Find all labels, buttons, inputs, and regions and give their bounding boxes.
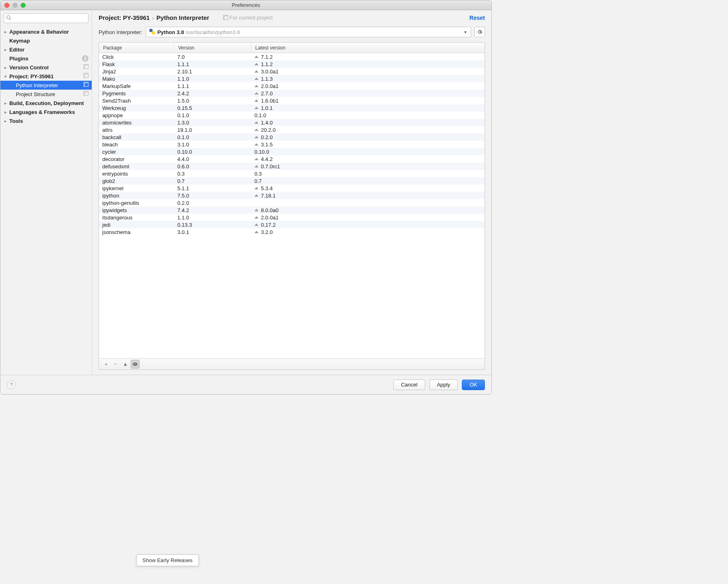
sidebar-item-plugins[interactable]: Plugins1 xyxy=(0,54,92,63)
table-row[interactable]: ipywidgets7.4.28.0.0a0 xyxy=(99,206,485,214)
table-body[interactable]: Click7.07.1.2Flask1.1.11.1.2Jinja22.10.1… xyxy=(99,53,485,358)
interpreter-settings-button[interactable] xyxy=(474,27,485,37)
sidebar-item-tools[interactable]: ▸Tools xyxy=(0,116,92,125)
table-row[interactable]: Mako1.1.01.1.3 xyxy=(99,75,485,82)
sidebar-item-label: Editor xyxy=(9,47,25,53)
up-arrow-icon: ▲ xyxy=(123,361,128,367)
project-scope-icon xyxy=(84,65,88,70)
column-header-latest[interactable]: Latest version xyxy=(251,43,485,53)
table-row[interactable]: ipykernel5.1.15.3.4 xyxy=(99,185,485,192)
ok-button[interactable]: OK xyxy=(462,380,485,390)
table-row[interactable]: appnope0.1.00.1.0 xyxy=(99,112,485,119)
sidebar-item-keymap[interactable]: Keymap xyxy=(0,36,92,45)
cell-latest: 2.0.0a1 xyxy=(251,215,485,221)
chevron-right-icon: ▸ xyxy=(4,101,9,105)
sidebar-item-python-interpreter[interactable]: Python Interpreter xyxy=(0,81,92,90)
apply-button[interactable]: Apply xyxy=(429,380,458,390)
sidebar-item-appearance-behavior[interactable]: ▸Appearance & Behavior xyxy=(0,27,92,36)
table-header: Package Version Latest version xyxy=(99,43,485,53)
table-row[interactable]: atomicwrites1.3.01.4.0 xyxy=(99,119,485,126)
table-row[interactable]: MarkupSafe1.1.12.0.0a1 xyxy=(99,82,485,90)
gear-icon xyxy=(477,29,482,35)
column-header-package[interactable]: Package xyxy=(99,43,174,53)
dropdown-caret-icon: ▼ xyxy=(463,30,467,34)
sidebar-item-label: Appearance & Behavior xyxy=(9,29,69,35)
table-row[interactable]: cycler0.10.00.10.0 xyxy=(99,148,485,155)
table-row[interactable]: itsdangerous1.1.02.0.0a1 xyxy=(99,214,485,221)
table-row[interactable]: entrypoints0.30.3 xyxy=(99,170,485,177)
cell-latest: 3.1.5 xyxy=(251,142,485,148)
badge: 1 xyxy=(82,55,88,62)
cancel-button[interactable]: Cancel xyxy=(393,380,425,390)
table-row[interactable]: bleach3.1.03.1.5 xyxy=(99,141,485,148)
cell-version: 0.2.0 xyxy=(174,200,251,206)
breadcrumb-separator: › xyxy=(152,15,154,21)
add-package-button[interactable]: ＋ xyxy=(101,360,110,369)
table-row[interactable]: Werkzeug0.15.51.0.1 xyxy=(99,104,485,112)
cell-latest: 2.0.0a1 xyxy=(251,83,485,89)
table-row[interactable]: attrs19.1.020.2.0 xyxy=(99,126,485,133)
sidebar-item-editor[interactable]: ▸Editor xyxy=(0,45,92,54)
cell-package: ipython xyxy=(99,193,174,199)
cell-version: 19.1.0 xyxy=(174,127,251,133)
cell-package: glob2 xyxy=(99,178,174,184)
cell-version: 0.15.5 xyxy=(174,105,251,111)
project-scope-icon xyxy=(84,74,88,79)
upgrade-available-icon xyxy=(254,136,258,138)
sidebar-item-version-control[interactable]: ▸Version Control xyxy=(0,63,92,72)
upgrade-available-icon xyxy=(254,165,258,167)
table-row[interactable]: jsonschema3.0.13.2.0 xyxy=(99,228,485,236)
sidebar-item-label: Version Control xyxy=(9,64,49,71)
reset-link[interactable]: Reset xyxy=(470,15,485,21)
table-row[interactable]: Flask1.1.11.1.2 xyxy=(99,60,485,68)
chevron-right-icon: ▸ xyxy=(4,47,9,52)
cell-package: Flask xyxy=(99,61,174,67)
upgrade-available-icon xyxy=(254,63,258,65)
cell-latest: 1.1.3 xyxy=(251,76,485,82)
upgrade-available-icon xyxy=(254,92,258,94)
plus-icon: ＋ xyxy=(103,361,109,368)
cell-package: entrypoints xyxy=(99,171,174,177)
table-row[interactable]: backcall0.1.00.2.0 xyxy=(99,133,485,141)
table-row[interactable]: glob20.70.7 xyxy=(99,177,485,185)
column-header-version[interactable]: Version xyxy=(174,43,251,53)
sidebar-item-build-exec-deploy[interactable]: ▸Build, Execution, Deployment xyxy=(0,99,92,107)
cell-version: 3.1.0 xyxy=(174,142,251,148)
cell-package: itsdangerous xyxy=(99,215,174,221)
table-row[interactable]: defusedxml0.6.00.7.0rc1 xyxy=(99,163,485,170)
cell-version: 3.0.1 xyxy=(174,229,251,235)
table-row[interactable]: Pygments2.4.22.7.0 xyxy=(99,90,485,97)
svg-point-0 xyxy=(7,16,10,19)
cell-package: ipykernel xyxy=(99,185,174,191)
sidebar-item-label: Project: PY-35961 xyxy=(9,73,54,79)
cell-package: bleach xyxy=(99,142,174,148)
interpreter-name: Python 3.8 xyxy=(157,29,184,35)
table-row[interactable]: jedi0.13.30.17.2 xyxy=(99,221,485,228)
table-row[interactable]: decorator4.4.04.4.2 xyxy=(99,155,485,163)
cell-latest: 8.0.0a0 xyxy=(251,207,485,213)
table-row[interactable]: Send2Trash1.5.01.6.0b1 xyxy=(99,97,485,104)
chevron-right-icon: ▸ xyxy=(4,30,9,34)
show-early-releases-button[interactable] xyxy=(131,360,140,369)
upgrade-package-button[interactable]: ▲ xyxy=(121,360,130,369)
interpreter-label: Python Interpreter: xyxy=(99,29,142,35)
upgrade-available-icon xyxy=(254,223,258,226)
help-button[interactable]: ? xyxy=(7,380,16,389)
breadcrumb-project[interactable]: Project: PY-35961 xyxy=(99,14,150,21)
table-row[interactable]: ipython-genutils0.2.0 xyxy=(99,199,485,206)
interpreter-dropdown[interactable]: Python 3.8 /usr/local/bin/python3.8 ▼ xyxy=(146,27,471,37)
help-icon: ? xyxy=(10,382,13,388)
table-row[interactable]: ipython7.5.07.18.1 xyxy=(99,192,485,199)
cell-version: 0.3 xyxy=(174,171,251,177)
table-row[interactable]: Click7.07.1.2 xyxy=(99,53,485,60)
sidebar-item-project-structure[interactable]: Project Structure xyxy=(0,90,92,99)
chevron-right-icon: ▸ xyxy=(4,119,9,123)
sidebar-item-languages-frameworks[interactable]: ▸Languages & Frameworks xyxy=(0,107,92,116)
upgrade-available-icon xyxy=(254,56,258,58)
cell-version: 7.5.0 xyxy=(174,193,251,199)
table-row[interactable]: Jinja22.10.13.0.0a1 xyxy=(99,68,485,75)
cell-latest: 3.0.0a1 xyxy=(251,69,485,75)
search-input[interactable] xyxy=(4,13,88,23)
sidebar-item-project[interactable]: ▾Project: PY-35961 xyxy=(0,72,92,81)
remove-package-button[interactable]: − xyxy=(111,360,120,369)
